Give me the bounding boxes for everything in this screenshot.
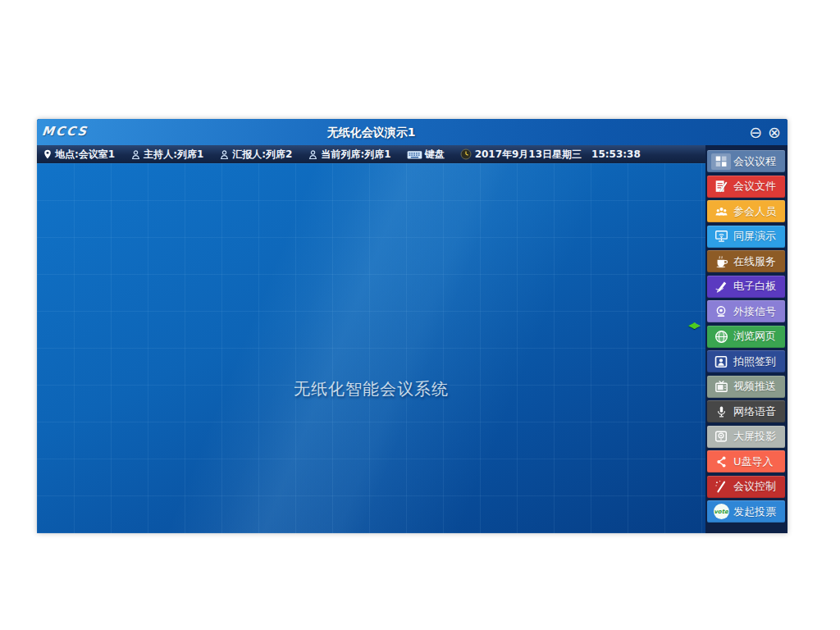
sidebar-item-label: 参会人员 (733, 204, 776, 219)
usb-share-icon (711, 454, 731, 470)
sidebar-menu: 会议议程 会议文件 参会人员 同屏演示 在线服务 (705, 145, 788, 533)
system-watermark: 无纸化智能会议系统 (37, 378, 705, 400)
time-text: 15:53:38 (591, 148, 641, 160)
sidebar-item-online-service[interactable]: 在线服务 (707, 250, 785, 272)
sidebar-item-label: 发起投票 (733, 504, 776, 519)
projector-icon (711, 428, 731, 445)
sidebar-item-label: 视频推送 (733, 379, 776, 394)
sidebar-item-label: 会议议程 (733, 154, 776, 169)
host-item: 主持人:列席1 (130, 148, 203, 162)
sidebar-item-projection[interactable]: 大屏投影 (707, 426, 785, 448)
sidebar-item-browse-web[interactable]: 浏览网页 (707, 326, 785, 348)
agenda-grid-icon (711, 153, 731, 170)
current-speaker-item: 当前列席:列席1 (308, 148, 390, 162)
host-text: 主持人:列席1 (144, 148, 203, 162)
person-icon (219, 149, 230, 160)
location-item: 地点:会议室1 (43, 148, 115, 162)
sidebar-item-screen-share[interactable]: 同屏演示 (707, 226, 785, 248)
keyboard-text: 键盘 (425, 148, 445, 162)
keyboard-button[interactable]: 键盘 (407, 148, 445, 162)
sidebar-item-meeting-control[interactable]: 会议控制 (707, 476, 785, 498)
sidebar-item-label: 会议控制 (733, 479, 776, 494)
screen-share-icon (711, 228, 731, 244)
title-bar: MCCS 无纸化会议演示1 ⊖ ⊗ (37, 119, 788, 145)
pen-icon (711, 278, 731, 294)
sidebar-item-label: 大屏投影 (733, 429, 776, 444)
date-text: 2017年9月13日星期三 (475, 148, 582, 162)
clock-icon (460, 148, 472, 160)
sidebar-item-label: 在线服务 (733, 254, 776, 269)
keyboard-icon (407, 149, 422, 160)
sidebar-item-participants[interactable]: 参会人员 (707, 200, 785, 222)
sidebar-item-label: 外接信号 (733, 304, 776, 319)
participants-icon (711, 203, 731, 220)
coffee-cup-icon (711, 253, 731, 270)
vote-badge-icon: vote (711, 504, 731, 520)
window-title: 无纸化会议演示1 (37, 119, 705, 145)
sidebar-item-video-push[interactable]: 视频推送 (707, 376, 785, 398)
sidebar-item-start-vote[interactable]: vote 发起投票 (707, 500, 785, 523)
sidebar-item-label: U盘导入 (733, 454, 774, 469)
main-content: 无纸化智能会议系统 (37, 163, 705, 533)
sidebar-item-label: 电子白板 (733, 279, 776, 294)
portrait-frame-icon (711, 354, 731, 370)
sidebar-item-agenda[interactable]: 会议议程 (707, 150, 785, 172)
sidebar-item-label: 拍照签到 (733, 354, 776, 369)
vote-badge-text: vote (714, 504, 729, 519)
sidebar-item-usb-import[interactable]: U盘导入 (707, 450, 785, 472)
sidebar-item-label: 会议文件 (733, 179, 776, 194)
person-icon (130, 149, 141, 160)
window-controls: ⊖ ⊗ (749, 119, 781, 145)
webcam-icon (711, 304, 731, 320)
sidebar-item-photo-checkin[interactable]: 拍照签到 (707, 350, 785, 372)
globe-icon (711, 328, 731, 345)
app-window: MCCS 无纸化会议演示1 ⊖ ⊗ 地点:会议室1 主持人:列席1 汇报人:列席… (37, 119, 788, 533)
document-pencil-icon (711, 178, 731, 194)
info-bar: 地点:会议室1 主持人:列席1 汇报人:列席2 当前列席:列席1 键盘 2017… (37, 145, 705, 163)
sidebar-item-files[interactable]: 会议文件 (707, 176, 785, 198)
microphone-icon (711, 404, 731, 420)
reporter-item: 汇报人:列席2 (219, 148, 292, 162)
location-text: 地点:会议室1 (55, 148, 115, 162)
person-icon (308, 149, 318, 160)
sidebar-item-label: 网络语音 (733, 404, 776, 419)
tv-icon (711, 378, 731, 395)
wand-icon (711, 478, 731, 495)
sidebar-item-external-signal[interactable]: 外接信号 (707, 300, 785, 322)
current-speaker-text: 当前列席:列席1 (321, 148, 390, 162)
sidebar-item-network-voice[interactable]: 网络语音 (707, 400, 785, 422)
datetime: 2017年9月13日星期三 15:53:38 (460, 148, 641, 162)
sidebar-item-whiteboard[interactable]: 电子白板 (707, 276, 785, 298)
minimize-button[interactable]: ⊖ (749, 125, 762, 140)
sidebar-item-label: 同屏演示 (733, 229, 776, 244)
reporter-text: 汇报人:列席2 (232, 148, 292, 162)
close-button[interactable]: ⊗ (768, 125, 781, 140)
sidebar-toggle-icon[interactable]: ◀▶ (688, 319, 706, 332)
sidebar-item-label: 浏览网页 (733, 329, 776, 344)
location-pin-icon (43, 148, 52, 160)
